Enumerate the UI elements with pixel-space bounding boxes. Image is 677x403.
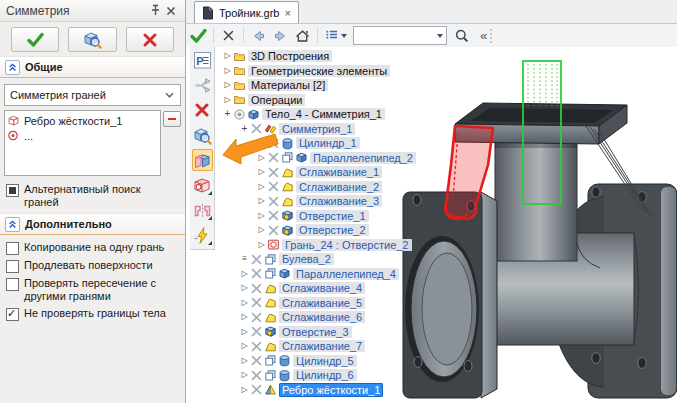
remove-element-button[interactable] — [163, 111, 181, 127]
cylinder-icon — [281, 137, 294, 150]
tree-item[interactable]: +Симметрия_1 — [222, 122, 416, 137]
tree-item[interactable]: ▷Грань_24 : Отверстие_2 — [222, 238, 416, 253]
expander-icon[interactable]: + — [222, 107, 233, 121]
forward-button[interactable] — [270, 26, 291, 46]
option-checkbox[interactable] — [6, 308, 19, 321]
tree-item[interactable]: ≡Булева_2 — [222, 252, 416, 267]
close-panel-icon[interactable] — [163, 3, 179, 18]
quick-search-combobox[interactable] — [353, 26, 447, 45]
symmetry-type-button[interactable] — [192, 199, 213, 221]
model-left-flange[interactable] — [403, 192, 497, 398]
tree-item[interactable]: ▷Материалы [2] — [222, 78, 416, 93]
expander-icon[interactable]: ▷ — [256, 209, 267, 223]
alt-search-checkbox[interactable] — [6, 184, 19, 197]
expander-icon[interactable]: ▷ — [256, 180, 267, 194]
tree-item[interactable]: ▷Сглаживание_1 — [222, 165, 416, 180]
collapse-toolbar-button[interactable]: « — [473, 26, 499, 46]
tree-item[interactable]: +Тело_4 - Симметрия_1 — [222, 107, 416, 122]
tree-item-label: Сглаживание_5 — [279, 297, 365, 309]
symmetry-mode-button[interactable] — [192, 149, 213, 171]
tree-item[interactable]: ▷Геометрические элементы — [222, 64, 416, 79]
list-item[interactable]: Ребро жёсткости_1 — [7, 113, 158, 128]
preview-button[interactable] — [68, 27, 116, 52]
expander-icon[interactable]: ▷ — [239, 296, 250, 310]
expander-icon[interactable]: ▷ — [239, 368, 250, 382]
tree-item[interactable]: ▷Параллелепипед_2 — [222, 151, 416, 166]
select-face-button[interactable] — [192, 174, 213, 196]
back-button[interactable] — [248, 26, 269, 46]
expander-icon[interactable]: ▷ — [239, 339, 250, 353]
preview-button[interactable] — [192, 124, 213, 146]
alt-search-row[interactable]: Альтернативный поиск граней — [0, 180, 185, 210]
tree-item[interactable]: ▷Сглаживание_6 — [222, 310, 416, 325]
expander-icon[interactable]: ▷ — [256, 194, 267, 208]
section-additional[interactable]: Дополнительно — [0, 213, 185, 235]
expander-icon[interactable]: ≡ — [239, 252, 250, 266]
option-row[interactable]: Продлевать поверхности — [0, 256, 185, 274]
tree-item[interactable]: ▷Отверстие_2 — [222, 223, 416, 238]
tree-item[interactable]: ▷Сглаживание_3 — [222, 194, 416, 209]
pin-icon[interactable] — [147, 3, 163, 18]
list-item[interactable]: ... — [7, 128, 158, 143]
document-tab[interactable]: Тройник.grb × — [194, 1, 299, 23]
tree-item-label: Сглаживание_3 — [296, 195, 382, 207]
expander-icon[interactable]: + — [239, 122, 250, 136]
tree-item[interactable]: ▷Сглаживание_7 — [222, 339, 416, 354]
expander-icon[interactable]: ▷ — [256, 151, 267, 165]
expander-icon[interactable]: ▷ — [222, 49, 233, 63]
option-row[interactable]: Проверять пересечение с другими гранями — [0, 274, 185, 304]
tree-item[interactable]: ▷Операции — [222, 93, 416, 108]
option-checkbox[interactable] — [6, 242, 19, 255]
expander-icon[interactable]: ▷ — [239, 383, 250, 397]
expander-icon[interactable]: ▷ — [239, 310, 250, 324]
expander-icon[interactable]: ▷ — [256, 165, 267, 179]
properties-button[interactable]: P — [192, 49, 213, 71]
expander-icon[interactable]: ▷ — [256, 238, 267, 252]
option-checkbox[interactable] — [6, 278, 19, 291]
tree-item[interactable]: ▷Отверстие_3 — [222, 325, 416, 340]
expander-icon[interactable]: ▷ — [256, 223, 267, 237]
tree-item[interactable]: Цилиндр_1 — [222, 136, 416, 151]
tree-item[interactable]: ▷Сглаживание_2 — [222, 180, 416, 195]
home-button[interactable] — [292, 26, 313, 46]
tree-item[interactable]: ▷Ребро жёсткости_1 — [222, 383, 416, 398]
tree-item[interactable]: ▷Цилиндр_6 — [222, 368, 416, 383]
hole-icon — [264, 325, 277, 338]
tab-close-icon[interactable]: × — [284, 7, 290, 19]
expander-icon[interactable]: ▷ — [222, 93, 233, 107]
view-list-button[interactable] — [322, 26, 349, 46]
tree-item[interactable]: ▷Сглаживание_5 — [222, 296, 416, 311]
expander-icon[interactable]: ▷ — [239, 267, 250, 281]
expander-icon[interactable]: ▷ — [222, 64, 233, 78]
auto-regenerate-button[interactable] — [192, 224, 213, 246]
copy-icon — [264, 354, 277, 367]
tree-item[interactable]: ▷Цилиндр_5 — [222, 354, 416, 369]
symmetry-mode-dropdown[interactable]: Симметрия граней — [4, 84, 181, 106]
apply-button[interactable] — [188, 26, 209, 46]
eye-icon — [233, 108, 246, 121]
search-button[interactable] — [451, 26, 472, 46]
tree-item[interactable]: ▷Отверстие_1 — [222, 209, 416, 224]
xmark-icon — [250, 325, 263, 338]
tree-item[interactable]: ▷Параллелепипед_4 — [222, 267, 416, 282]
tree-item-label: Отверстие_2 — [296, 224, 369, 236]
blend-icon — [264, 282, 277, 295]
cancel-button[interactable] — [126, 27, 174, 52]
tree-item[interactable]: ▷Сглаживание_4 — [222, 281, 416, 296]
tree-item[interactable]: ▷3D Построения — [222, 49, 416, 64]
expander-icon[interactable]: ▷ — [239, 354, 250, 368]
model-viewport[interactable]: P ▷3D Построения▷Геометрические элементы… — [186, 47, 677, 403]
close-button[interactable] — [218, 26, 239, 46]
selected-elements-list[interactable]: Ребро жёсткости_1... — [4, 110, 161, 176]
cancel-operation-button[interactable] — [192, 99, 213, 121]
expander-icon[interactable]: ▷ — [222, 78, 233, 92]
blend-icon — [281, 180, 294, 193]
option-row[interactable]: Копирование на одну грань — [0, 238, 185, 256]
option-row[interactable]: Не проверять границы тела — [0, 304, 185, 322]
branch-split-button[interactable] — [192, 74, 213, 96]
expander-icon[interactable]: ▷ — [239, 325, 250, 339]
apply-button[interactable] — [11, 27, 59, 52]
section-general[interactable]: Общие — [0, 56, 185, 78]
expander-icon[interactable]: ▷ — [239, 281, 250, 295]
option-checkbox[interactable] — [6, 260, 19, 273]
